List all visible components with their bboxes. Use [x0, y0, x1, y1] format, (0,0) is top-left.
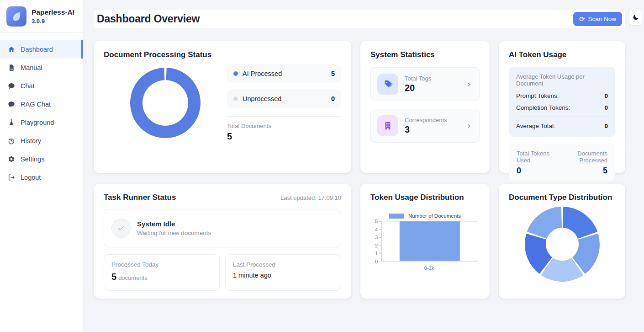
- legend-row-ai-processed: AI Processed 5: [227, 64, 341, 83]
- bar-chart-legend: Number of Documents: [370, 213, 480, 219]
- last-processed-box: Last Processed 1 minute ago: [225, 254, 341, 291]
- total-tokens-used-label: Total Tokens Used: [517, 150, 557, 164]
- scan-now-button[interactable]: ⟳ Scan Now: [573, 12, 622, 26]
- document-type-donut-chart: [509, 206, 615, 282]
- card-system-statistics: System Statistics Total Tags 20 ›: [360, 41, 490, 173]
- tick-mark: [379, 262, 381, 262]
- sidebar-nav: Dashboard Manual Chat RAG Chat Playgroun…: [0, 33, 83, 187]
- card-title: Document Type Distribution: [509, 193, 615, 202]
- legend-dot: [233, 71, 238, 76]
- sidebar-item-label: Logout: [21, 174, 41, 181]
- y-tick-label: 1: [375, 251, 378, 256]
- tick-mark: [379, 245, 381, 246]
- history-icon: [8, 137, 15, 145]
- card-title: Token Usage Distribution: [370, 193, 480, 202]
- sidebar-item-label: Playground: [21, 119, 54, 126]
- tick-mark: [379, 237, 381, 238]
- documents-processed-value: 5: [557, 166, 607, 176]
- scan-now-label: Scan Now: [588, 16, 616, 22]
- legend-value: 5: [331, 70, 335, 77]
- legend-label-text: Unprocessed: [243, 95, 281, 102]
- sidebar-item-label: RAG Chat: [21, 101, 51, 108]
- stat-row-total-tags[interactable]: Total Tags 20 ›: [370, 67, 480, 101]
- token-usage-bar-chart: 012345: [370, 221, 480, 262]
- app-root: Paperless-AI 3.0.9 Dashboard Manual Chat…: [0, 0, 644, 332]
- moon-icon: [633, 14, 639, 21]
- y-tick-label: 3: [375, 235, 378, 240]
- stat-value: 20: [405, 83, 431, 93]
- app-title-block: Paperless-AI 3.0.9: [32, 8, 74, 25]
- sidebar-item-playground[interactable]: Playground: [0, 113, 83, 132]
- sidebar-item-label: Manual: [21, 64, 42, 71]
- sidebar-item-manual[interactable]: Manual: [0, 59, 83, 77]
- logout-icon: [8, 174, 15, 181]
- total-tokens-used-value: 0: [517, 166, 557, 176]
- main-content: Dashboard Overview ⟳ Scan Now Document P…: [83, 0, 644, 332]
- y-tick-label: 4: [375, 227, 378, 232]
- y-tick-label: 0: [375, 259, 378, 264]
- tick-mark: [379, 221, 381, 222]
- card-token-usage-distribution: Token Usage Distribution Number of Docum…: [360, 184, 490, 299]
- status-subtitle: Waiting for new documents: [137, 230, 211, 236]
- sidebar-item-settings[interactable]: Settings: [0, 150, 83, 168]
- sidebar-item-label: Chat: [21, 82, 35, 90]
- processed-today-unit: documents: [118, 274, 148, 281]
- processing-legend: AI Processed 5 Unprocessed 0 T: [227, 64, 341, 142]
- avg-usage-title: Average Token Usage per Document: [516, 73, 608, 87]
- stat-row-correspondents[interactable]: Correspondents 3 ›: [370, 109, 480, 143]
- sidebar-item-logout[interactable]: Logout: [0, 168, 83, 187]
- tick-mark: [379, 253, 381, 254]
- prompt-tokens-value: 0: [604, 92, 608, 99]
- chevron-right-icon: ›: [467, 121, 473, 131]
- y-tick-label: 2: [375, 243, 378, 248]
- processing-donut-chart: [104, 62, 227, 144]
- check-circle-icon: [111, 219, 131, 238]
- chat-icon: [8, 82, 15, 90]
- system-status-box: System Idle Waiting for new documents: [104, 209, 341, 247]
- y-axis: 012345: [371, 221, 379, 262]
- sidebar-item-dashboard[interactable]: Dashboard: [0, 40, 83, 59]
- legend-series-name: Number of Documents: [408, 213, 461, 219]
- plot-area: [381, 221, 478, 262]
- stat-label: Correspondents: [405, 117, 447, 123]
- building-icon: [377, 115, 398, 136]
- legend-value: 0: [331, 95, 335, 102]
- completion-tokens-label: Completion Tokens:: [516, 104, 570, 111]
- token-totals-box: Total Tokens Used 0 Documents Processed …: [509, 144, 615, 182]
- card-document-processing-status: Document Processing Status AI Processed …: [94, 41, 351, 173]
- page-header: Dashboard Overview ⟳ Scan Now: [94, 10, 625, 28]
- flask-icon: [8, 119, 15, 126]
- processed-today-value: 5: [111, 272, 116, 282]
- average-total-label: Average Total:: [516, 123, 555, 129]
- chevron-right-icon: ›: [467, 79, 473, 89]
- card-ai-token-usage: AI Token Usage Average Token Usage per D…: [499, 41, 625, 173]
- status-title: System Idle: [137, 220, 211, 228]
- prompt-tokens-label: Prompt Tokens:: [516, 92, 559, 99]
- file-icon: [8, 64, 15, 71]
- sidebar-item-label: History: [21, 137, 41, 145]
- bar-0-1k: [400, 221, 460, 261]
- card-title: Task Runner Status: [104, 193, 176, 202]
- sidebar-item-chat[interactable]: Chat: [0, 77, 83, 95]
- average-token-usage-box: Average Token Usage per Document Prompt …: [509, 67, 615, 137]
- average-total-value: 0: [604, 123, 608, 129]
- sidebar: Paperless-AI 3.0.9 Dashboard Manual Chat…: [0, 0, 83, 332]
- sync-icon: ⟳: [579, 16, 585, 22]
- app-version: 3.0.9: [32, 18, 74, 25]
- x-axis-category-label: 0-1k: [370, 265, 480, 271]
- gear-icon: [8, 155, 15, 163]
- app-title: Paperless-AI: [32, 8, 74, 17]
- processed-today-box: Processed Today 5documents: [104, 254, 220, 291]
- tick-mark: [379, 229, 381, 230]
- total-documents-label: Total Documents: [227, 123, 341, 129]
- sidebar-item-history[interactable]: History: [0, 132, 83, 150]
- theme-toggle-button[interactable]: [629, 9, 643, 25]
- sidebar-item-label: Settings: [21, 155, 44, 163]
- sidebar-item-rag-chat[interactable]: RAG Chat: [0, 95, 83, 113]
- dashboard-grid: Document Processing Status AI Processed …: [94, 41, 625, 299]
- card-title: System Statistics: [370, 50, 480, 59]
- legend-row-unprocessed: Unprocessed 0: [227, 89, 341, 108]
- home-icon: [8, 46, 15, 53]
- card-title: AI Token Usage: [509, 50, 615, 59]
- processed-today-label: Processed Today: [111, 261, 212, 268]
